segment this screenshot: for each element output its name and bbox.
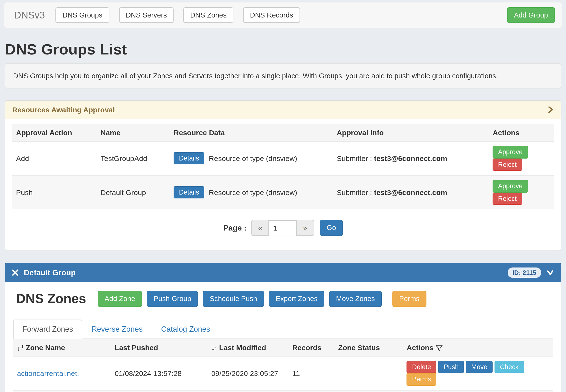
reject-button[interactable]: Reject [493, 192, 522, 205]
submitter-prefix: Submitter : [337, 188, 374, 196]
move-button[interactable]: Move [466, 361, 493, 373]
zone-last-pushed: 01/08/2024 13:57:28 [111, 356, 207, 390]
zones-heading: DNS Zones [16, 291, 86, 306]
add-zone-button[interactable]: Add Zone [98, 291, 142, 307]
add-group-button[interactable]: Add Group [507, 7, 555, 23]
group-panel-title: Default Group [24, 268, 76, 277]
page: DNSv3 DNS Groups DNS Servers DNS Zones D… [0, 2, 566, 392]
page-label: Page : [223, 224, 247, 232]
zone-last-pushed: 01/08/2024 13:57:28 [111, 390, 207, 392]
approve-button[interactable]: Approve [493, 180, 528, 192]
filter-icon[interactable] [436, 345, 443, 351]
close-icon[interactable] [12, 269, 18, 276]
pagination: Page : « » Go [12, 220, 554, 236]
chevron-right-icon[interactable] [547, 106, 554, 113]
approve-button[interactable]: Approve [493, 146, 528, 158]
main-nav: DNS Groups DNS Servers DNS Zones DNS Rec… [56, 7, 300, 23]
details-button[interactable]: Details [174, 152, 205, 165]
approval-row: Push Default Group Details Resource of t… [12, 175, 554, 209]
check-button[interactable]: Check [495, 361, 524, 373]
resource-description: Resource of type (dnsview) [209, 188, 297, 196]
col-resource-data: Resource Data [170, 124, 333, 141]
zone-row: actioncarrental.net. 01/08/2024 13:57:28… [13, 356, 553, 390]
push-group-button[interactable]: Push Group [147, 291, 198, 307]
submitter-email: test3@6connect.com [374, 188, 447, 196]
col-zone-name[interactable]: ↓12Zone Name [13, 339, 111, 356]
approval-panel-title: Resources Awaiting Approval [12, 106, 115, 114]
submitter-prefix: Submitter : [337, 154, 374, 162]
zones-toolbar: DNS Zones Add Zone Push Group Schedule P… [13, 291, 553, 307]
nav-dns-records[interactable]: DNS Records [243, 7, 300, 23]
col-actions: Actions [489, 124, 554, 141]
group-panel-body: DNS Zones Add Zone Push Group Schedule P… [5, 282, 561, 392]
nav-dns-groups[interactable]: DNS Groups [56, 7, 109, 23]
zones-table-header-row: ↓12Zone Name Last Pushed ↓↑Last Modified… [13, 339, 553, 356]
perms-row-button[interactable]: Perms [407, 373, 436, 385]
page-number-input[interactable] [269, 220, 297, 235]
tab-catalog-zones[interactable]: Catalog Zones [152, 319, 220, 339]
reject-button[interactable]: Reject [493, 158, 522, 171]
resource-description: Resource of type (dnsview) [209, 154, 297, 162]
zone-tabs: Forward Zones Reverse Zones Catalog Zone… [13, 319, 553, 339]
go-button[interactable]: Go [320, 220, 343, 236]
push-button[interactable]: Push [438, 361, 464, 373]
col-name: Name [97, 124, 170, 141]
schedule-push-button[interactable]: Schedule Push [203, 291, 264, 307]
approval-panel-body: Approval Action Name Resource Data Appro… [5, 119, 561, 236]
sort-updown-icon[interactable]: ↓↑ [211, 344, 215, 351]
perms-button[interactable]: Perms [392, 291, 427, 307]
app-brand: DNSv3 [14, 10, 45, 21]
submitter-email: test3@6connect.com [374, 154, 447, 162]
export-zones-button[interactable]: Export Zones [269, 291, 325, 307]
col-approval-action: Approval Action [12, 124, 97, 141]
col-last-pushed: Last Pushed [111, 339, 207, 356]
zones-table: ↓12Zone Name Last Pushed ↓↑Last Modified… [13, 339, 553, 392]
top-navbar: DNSv3 DNS Groups DNS Servers DNS Zones D… [4, 2, 562, 28]
chevron-down-icon[interactable] [547, 269, 554, 276]
page-description: DNS Groups help you to organize all of y… [5, 63, 561, 88]
zone-status [334, 390, 403, 392]
zone-status [334, 356, 403, 390]
tab-forward-zones[interactable]: Forward Zones [13, 319, 82, 339]
approval-action: Push [12, 175, 97, 209]
sort-numeric-icon[interactable]: ↓12 [17, 345, 23, 351]
zone-last-modified: 07/24/2017 20:04:06 [207, 390, 288, 392]
delete-button[interactable]: Delete [407, 361, 436, 373]
col-last-modified[interactable]: ↓↑Last Modified [207, 339, 288, 356]
details-button[interactable]: Details [174, 186, 205, 199]
nav-dns-servers[interactable]: DNS Servers [119, 7, 174, 23]
col-zone-actions: Actions [403, 339, 553, 356]
nav-dns-zones[interactable]: DNS Zones [183, 7, 234, 23]
col-zone-status: Zone Status [334, 339, 403, 356]
approval-name: Default Group [97, 175, 170, 209]
zone-last-modified: 09/25/2020 23:05:27 [207, 356, 288, 390]
zone-link[interactable]: actioncarrental.net. [17, 369, 79, 377]
col-approval-info: Approval Info [333, 124, 489, 141]
approval-panel: Resources Awaiting Approval Approval Act… [5, 100, 561, 251]
col-records: Records [288, 339, 334, 356]
approval-action: Add [12, 141, 97, 175]
move-zones-button[interactable]: Move Zones [329, 291, 382, 307]
zone-records: 12 [288, 390, 334, 392]
approval-row: Add TestGroupAdd Details Resource of typ… [12, 141, 554, 175]
page-title: DNS Groups List [5, 41, 561, 58]
group-id-badge: ID: 2115 [508, 267, 541, 278]
approval-name: TestGroupAdd [97, 141, 170, 175]
zone-records: 11 [288, 356, 334, 390]
approval-panel-header[interactable]: Resources Awaiting Approval [5, 101, 561, 119]
zone-row: alarmsupply.net. 01/08/2024 13:57:28 07/… [13, 390, 553, 392]
group-panel: Default Group ID: 2115 DNS Zones Add Zon… [5, 263, 561, 392]
approval-table-header-row: Approval Action Name Resource Data Appro… [12, 124, 554, 141]
next-page-button[interactable]: » [296, 220, 314, 236]
group-panel-header[interactable]: Default Group ID: 2115 [5, 263, 561, 282]
tab-reverse-zones[interactable]: Reverse Zones [82, 319, 152, 339]
prev-page-button[interactable]: « [251, 220, 269, 236]
approval-table: Approval Action Name Resource Data Appro… [12, 124, 554, 209]
